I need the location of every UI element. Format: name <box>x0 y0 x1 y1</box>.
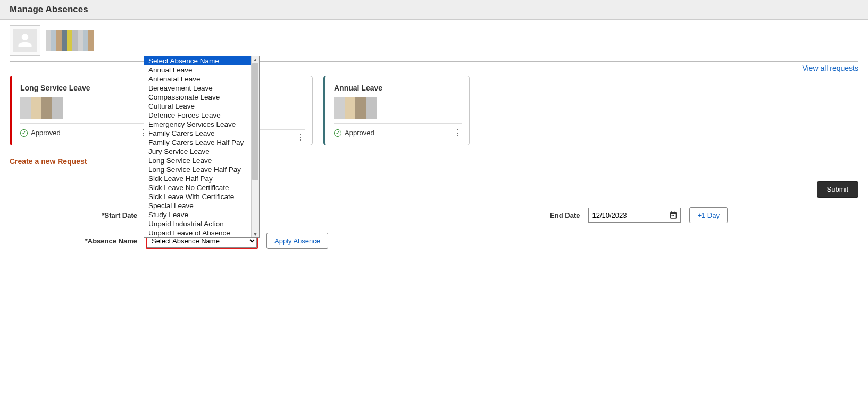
dropdown-option[interactable]: Family Carers Leave Half Pay <box>144 138 251 147</box>
scroll-down-arrow[interactable]: ▼ <box>253 231 258 237</box>
avatar <box>10 25 40 56</box>
scroll-up-arrow[interactable]: ▲ <box>253 56 258 63</box>
user-name-redacted <box>46 30 94 51</box>
dropdown-option[interactable]: Sick Leave With Certificate <box>144 192 251 201</box>
dropdown-option[interactable]: Compassionate Leave <box>144 93 251 102</box>
row-absence-name: *Absence Name Select Absence Name Apply … <box>10 233 858 249</box>
dropdown-option[interactable]: Jury Service Leave <box>144 147 251 156</box>
dropdown-option[interactable]: Defence Forces Leave <box>144 111 251 120</box>
end-date-input[interactable] <box>588 208 666 223</box>
submit-button[interactable]: Submit <box>817 181 858 198</box>
cards-row: Long Service Leave Approved ⋮ ⋮ Annual L… <box>10 76 858 145</box>
apply-absence-button[interactable]: Apply Absence <box>266 233 328 249</box>
card-title: Annual Leave <box>334 84 462 92</box>
dropdown-option[interactable]: Study Leave <box>144 210 251 219</box>
create-request-heading: Create a new Request <box>10 157 858 166</box>
calendar-icon <box>669 211 678 219</box>
status-approved: Approved <box>20 129 61 137</box>
dropdown-option[interactable]: Sick Leave No Certificate <box>144 183 251 192</box>
status-approved: Approved <box>334 129 374 137</box>
absence-name-label: *Absence Name <box>10 237 137 245</box>
view-all-row: View all requests <box>10 62 858 76</box>
absence-name-dropdown[interactable]: Select Absence NameAnnual LeaveAntenatal… <box>144 56 260 238</box>
dropdown-option[interactable]: Unpaid Industrial Action <box>144 219 251 228</box>
row-dates: *Start Date End Date +1 Day <box>10 207 858 223</box>
user-block <box>10 25 858 56</box>
dropdown-option[interactable]: Emergency Services Leave <box>144 120 251 129</box>
status-text: Approved <box>31 129 61 137</box>
end-date-label: End Date <box>550 211 580 219</box>
dropdown-option[interactable]: Special Leave <box>144 201 251 210</box>
content-area: View all requests Long Service Leave App… <box>0 20 868 249</box>
dropdown-scrollbar[interactable]: ▲ ▼ <box>251 56 259 237</box>
card-menu-button[interactable]: ⋮ <box>453 131 462 135</box>
check-icon <box>334 129 341 137</box>
card-title: Long Service Leave <box>20 84 148 92</box>
dropdown-option[interactable]: Unpaid Leave of Absence <box>144 228 251 237</box>
card-details-redacted <box>334 97 377 119</box>
page-header: Manage Absences <box>0 0 868 20</box>
end-date-calendar-button[interactable] <box>666 208 681 223</box>
avatar-icon <box>13 29 37 52</box>
dropdown-option[interactable]: Cultural Leave <box>144 102 251 111</box>
dropdown-option[interactable]: Family Carers Leave <box>144 129 251 138</box>
scroll-thumb[interactable] <box>252 63 258 180</box>
dropdown-option[interactable]: Long Service Leave <box>144 156 251 165</box>
dropdown-list[interactable]: Select Absence NameAnnual LeaveAntenatal… <box>144 56 251 237</box>
dropdown-option[interactable]: Antenatal Leave <box>144 75 251 84</box>
dropdown-option[interactable]: Long Service Leave Half Pay <box>144 165 251 174</box>
leave-card-long-service[interactable]: Long Service Leave Approved ⋮ <box>10 76 156 145</box>
card-menu-button[interactable]: ⋮ <box>296 135 305 139</box>
leave-card-annual[interactable]: Annual Leave Approved ⋮ <box>323 76 470 145</box>
view-all-requests-link[interactable]: View all requests <box>802 64 858 72</box>
page-title: Manage Absences <box>10 4 858 15</box>
dropdown-option[interactable]: Bereavement Leave <box>144 84 251 93</box>
card-details-redacted <box>20 97 63 119</box>
dropdown-option[interactable]: Select Absence Name <box>144 56 251 65</box>
start-date-label: *Start Date <box>10 211 137 219</box>
dropdown-option[interactable]: Sick Leave Half Pay <box>144 174 251 183</box>
status-text: Approved <box>345 129 374 137</box>
check-icon <box>20 129 28 137</box>
divider <box>10 171 858 171</box>
dropdown-option[interactable]: Annual Leave <box>144 65 251 75</box>
plus-one-day-button[interactable]: +1 Day <box>689 207 728 223</box>
